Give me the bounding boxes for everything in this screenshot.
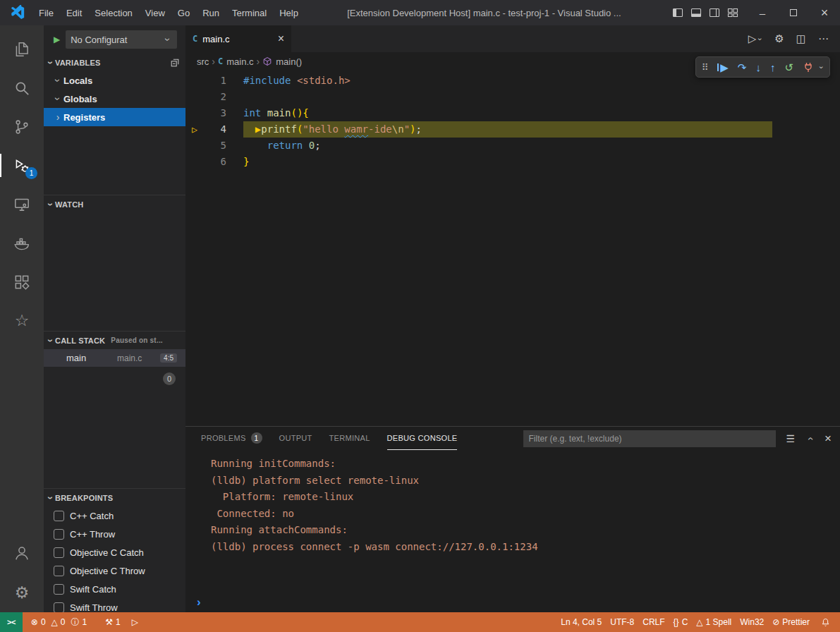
breakpoint-item-objective-c-catch[interactable]: Objective C Catch — [44, 543, 185, 561]
call-stack-header[interactable]: › CALL STACK Paused on st... — [44, 332, 185, 349]
breakpoint-item-c-throw[interactable]: C++ Throw — [44, 525, 185, 543]
status-item-win32[interactable]: Win32 — [736, 612, 768, 632]
glyph-margin[interactable] — [185, 89, 204, 105]
glyph-margin[interactable] — [185, 73, 204, 89]
minimize-button[interactable]: – — [747, 0, 778, 25]
breadcrumb-item-main[interactable]: main() — [262, 56, 302, 67]
status-item-1[interactable]: ⚒1 — [102, 612, 123, 632]
status-item-crlf[interactable]: CRLF — [638, 612, 669, 632]
gripper-icon[interactable]: ⠿ — [702, 62, 709, 73]
collapse-all-icon[interactable] — [170, 58, 180, 68]
call-stack-frame[interactable]: mainmain.c4:5 — [44, 349, 185, 367]
status-item-1-spell[interactable]: △1 Spell — [692, 612, 736, 632]
code-line-5[interactable]: 5 return 0; — [185, 138, 840, 154]
code-line-2[interactable]: 2 — [185, 89, 840, 105]
panel-tab-output[interactable]: OUTPUT — [279, 427, 312, 450]
variables-header[interactable]: › VARIABLES — [44, 54, 185, 71]
settings-button[interactable]: ⚙ — [0, 573, 44, 612]
sidebar-item-docker[interactable] — [0, 224, 44, 262]
remote-indicator[interactable]: >< — [0, 612, 23, 632]
split-editor-icon[interactable]: ◫ — [796, 32, 806, 45]
breakpoint-checkbox[interactable] — [54, 547, 64, 558]
maximize-panel-icon[interactable]: › — [805, 435, 815, 443]
close-panel-icon[interactable]: × — [824, 432, 832, 446]
console-prompt-icon[interactable]: › — [197, 596, 201, 608]
variables-item-globals[interactable]: ›Globals — [44, 90, 185, 108]
variables-item-registers[interactable]: ›Registers — [44, 108, 185, 126]
glyph-margin[interactable]: ▷ — [185, 121, 204, 138]
breakpoint-checkbox[interactable] — [54, 566, 64, 576]
code-line-4[interactable]: ▷4 ▶printf("hello wamr-ide\n"); — [185, 121, 840, 138]
toggle-secondary-sidebar-icon[interactable] — [709, 7, 720, 18]
code-line-3[interactable]: 3int main(){ — [185, 105, 840, 121]
accounts-button[interactable] — [0, 533, 44, 572]
breadcrumb-item-main-c[interactable]: Cmain.c — [218, 56, 254, 67]
breakpoint-item-objective-c-throw[interactable]: Objective C Throw — [44, 561, 185, 580]
status-item-c[interactable]: {}C — [669, 612, 693, 632]
toggle-panel-icon[interactable] — [690, 7, 702, 18]
sidebar-item-extensions[interactable] — [0, 262, 44, 301]
breakpoint-checkbox[interactable] — [54, 529, 64, 540]
breakpoint-item-swift-throw[interactable]: Swift Throw — [44, 598, 185, 612]
console-filter-input[interactable] — [523, 430, 776, 447]
breakpoint-checkbox[interactable] — [54, 602, 64, 613]
disconnect-icon[interactable] — [803, 61, 814, 73]
status-item-utf-8[interactable]: UTF-8 — [606, 612, 638, 632]
launch-configuration-dropdown[interactable]: No Configurat › — [66, 30, 177, 49]
sidebar-item-run-and-debug[interactable]: 1 — [0, 146, 44, 185]
close-window-button[interactable]: × — [809, 0, 840, 25]
status-item-prettier[interactable]: ⊘Prettier — [768, 612, 814, 632]
more-actions-icon[interactable]: ⋯ — [818, 32, 829, 45]
sidebar-item-star-extension[interactable]: ☆ — [0, 301, 44, 340]
sidebar-item-remote-explorer[interactable] — [0, 185, 44, 224]
breakpoint-checkbox[interactable] — [54, 584, 64, 595]
step-over-icon[interactable]: ↷ — [738, 62, 747, 73]
sidebar-item-source-control[interactable] — [0, 107, 44, 146]
breakpoint-item-c-catch[interactable]: C++ Catch — [44, 506, 185, 525]
menu-item-view[interactable]: View — [139, 0, 171, 25]
breakpoints-header[interactable]: › BREAKPOINTS — [44, 489, 185, 506]
menu-item-file[interactable]: File — [32, 0, 60, 25]
breakpoint-item-swift-catch[interactable]: Swift Catch — [44, 580, 185, 598]
step-out-icon[interactable]: ↑ — [770, 62, 776, 73]
sidebar-item-explorer[interactable] — [0, 30, 44, 68]
menu-item-go[interactable]: Go — [171, 0, 196, 25]
toggle-sidebar-icon[interactable] — [672, 7, 683, 18]
editor-gear-icon[interactable]: ⚙ — [774, 32, 784, 45]
variables-item-locals[interactable]: ›Locals — [44, 71, 185, 90]
menu-item-terminal[interactable]: Terminal — [226, 0, 273, 25]
panel-tab-terminal[interactable]: TERMINAL — [329, 427, 370, 450]
glyph-margin[interactable] — [185, 138, 204, 154]
continue-icon[interactable]: ▶ — [717, 62, 729, 73]
maximize-button[interactable] — [778, 0, 809, 25]
breadcrumb-item-src[interactable]: src — [197, 56, 209, 67]
code-line-6[interactable]: 6} — [185, 154, 840, 170]
status-item-debug[interactable]: ▷ — [129, 612, 141, 632]
breakpoint-checkbox[interactable] — [54, 511, 64, 521]
menu-item-edit[interactable]: Edit — [60, 0, 88, 25]
glyph-margin[interactable] — [185, 154, 204, 170]
restart-icon[interactable]: ↺ — [784, 62, 793, 73]
menu-item-help[interactable]: Help — [273, 0, 305, 25]
console-output[interactable]: Running initCommands:(lldb) platform sel… — [185, 450, 840, 612]
tab-main-c[interactable]: C main.c × — [185, 25, 291, 52]
close-tab-icon[interactable]: × — [278, 33, 284, 44]
panel-tab-debug-console[interactable]: DEBUG CONSOLE — [387, 427, 458, 450]
status-item-0[interactable]: ⊗0 — [28, 612, 49, 632]
menu-item-run[interactable]: Run — [196, 0, 226, 25]
chevron-down-icon[interactable]: › — [817, 64, 825, 70]
status-item-ln-4-col-5[interactable]: Ln 4, Col 5 — [556, 612, 606, 632]
step-into-icon[interactable]: ↓ — [755, 62, 761, 73]
notifications-button[interactable] — [814, 612, 840, 632]
panel-tab-problems[interactable]: PROBLEMS1 — [201, 427, 262, 450]
filter-list-icon[interactable]: ☰ — [786, 433, 796, 444]
glyph-margin[interactable] — [185, 105, 204, 121]
start-debugging-icon[interactable]: ▶ — [54, 35, 60, 44]
status-item-0[interactable]: △0 — [49, 612, 68, 632]
run-file-button[interactable]: ▷ › — [748, 32, 763, 45]
menu-item-selection[interactable]: Selection — [88, 0, 138, 25]
customize-layout-icon[interactable] — [727, 7, 738, 18]
watch-header[interactable]: › WATCH — [44, 195, 185, 213]
status-item-1[interactable]: ⓘ1 — [68, 612, 90, 632]
sidebar-item-search[interactable] — [0, 68, 44, 107]
